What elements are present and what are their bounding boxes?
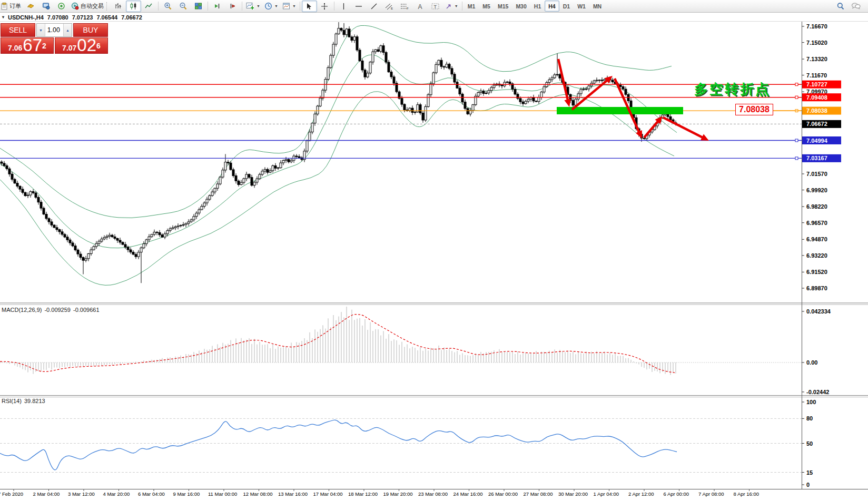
timeframe-button-h4[interactable]: H4: [545, 1, 559, 12]
periods-button[interactable]: ▼: [262, 1, 280, 12]
horizontal-line-tool[interactable]: [351, 1, 367, 12]
chart-shift-button[interactable]: [225, 1, 240, 12]
candle-body: [572, 100, 574, 105]
candle-body: [319, 98, 321, 106]
timeframe-button-w1[interactable]: W1: [574, 1, 589, 12]
arrows-tool[interactable]: ▼: [443, 1, 460, 12]
toolbar-separator: [462, 2, 462, 11]
trend-arrow-line[interactable]: [558, 59, 568, 103]
candle-body: [224, 162, 226, 170]
trend-arrow-head[interactable]: [564, 99, 571, 107]
line-chart-button[interactable]: [141, 1, 156, 12]
candle-body: [11, 174, 13, 179]
vertical-line-tool[interactable]: [336, 1, 351, 12]
price-tick-label: 7.13320: [806, 56, 827, 62]
candle-body: [525, 101, 527, 104]
chart-title-bar: ▾ USDCNH-,H4 7.07080 7.07123 7.06544 7.0…: [0, 13, 868, 21]
time-axis[interactable]: 7 Feb 20202 Mar 04:003 Mar 12:004 Mar 20…: [0, 489, 759, 497]
chart-canvas[interactable]: 7.166707.150207.133207.116707.099707.015…: [0, 0, 868, 500]
new-order-button[interactable]: 订单: [0, 1, 23, 12]
candle-body: [306, 141, 308, 151]
channel-tool[interactable]: E: [382, 1, 397, 12]
terminal-button[interactable]: [38, 1, 54, 12]
buy-price-big: 02: [77, 38, 96, 52]
candle-body: [159, 232, 161, 234]
timeframe-button-m1[interactable]: M1: [464, 1, 479, 12]
candle-body: [543, 87, 545, 92]
candle-body: [37, 198, 40, 202]
candle-body: [409, 108, 411, 111]
candle-body: [448, 64, 450, 68]
macd-signal-line: [0, 315, 675, 373]
trend-arrow-line[interactable]: [663, 117, 705, 139]
zoom-in-button[interactable]: [160, 1, 175, 12]
tile-windows-button[interactable]: [191, 1, 206, 12]
trendline-tool[interactable]: [367, 1, 382, 12]
level-line-anchor[interactable]: [795, 139, 798, 142]
level-line-anchor[interactable]: [795, 96, 798, 99]
text-icon: A: [417, 3, 423, 10]
timeframe-button-mn[interactable]: MN: [589, 1, 605, 12]
level-line-anchor[interactable]: [795, 83, 798, 86]
auto-scroll-button[interactable]: [210, 1, 225, 12]
rsi-axis-label: 100: [806, 399, 816, 405]
buy-price-display[interactable]: 7.07 02 6: [55, 37, 108, 54]
volume-decrease-button[interactable]: ▼: [37, 24, 45, 36]
text-label-tool[interactable]: T: [428, 1, 443, 12]
price-level-lines[interactable]: [0, 83, 802, 160]
candle-body: [114, 237, 116, 238]
crosshair-tool-button[interactable]: [317, 1, 332, 12]
volume-value[interactable]: 1.00: [45, 24, 63, 36]
timeframe-button-m5[interactable]: M5: [479, 1, 494, 12]
time-tick-label: 12 Mar 08:00: [243, 491, 273, 497]
gold-book-icon: [27, 2, 35, 10]
market-watch-button[interactable]: [23, 1, 38, 12]
candle-body: [506, 82, 508, 82]
zoom-out-button[interactable]: [175, 1, 191, 12]
fibonacci-tool[interactable]: F: [397, 1, 412, 12]
ohlc-close: 7.06672: [121, 14, 142, 21]
sell-price-display[interactable]: 7.06 67 2: [1, 37, 54, 54]
vertical-line-icon: [340, 3, 347, 10]
annotation-objects[interactable]: [557, 59, 802, 141]
trendline-icon: [370, 3, 378, 10]
candle-body: [288, 160, 290, 162]
candle-body: [32, 192, 34, 193]
text-tool[interactable]: A: [412, 1, 428, 12]
macd-axis-label: 0.00: [806, 359, 817, 366]
svg-text:E: E: [391, 7, 393, 10]
autotrading-label: 自动交易: [81, 2, 104, 10]
bar-chart-button[interactable]: [111, 1, 126, 12]
cursor-tool-button[interactable]: [302, 1, 317, 12]
candle-body: [166, 231, 169, 234]
templates-button[interactable]: ▼: [280, 1, 298, 12]
timeframe-button-d1[interactable]: D1: [559, 1, 574, 12]
candle-body: [464, 102, 466, 109]
candle-body: [361, 61, 363, 70]
candlestick-chart-button[interactable]: [126, 1, 141, 12]
trend-arrow-line[interactable]: [615, 79, 640, 135]
macd-pane: [0, 307, 802, 375]
volume-increase-button[interactable]: ▲: [63, 24, 72, 36]
candle-body: [309, 132, 311, 141]
candle-body: [322, 90, 324, 98]
candle-body: [16, 183, 18, 187]
turning-point-annotation[interactable]: 多空转折点: [694, 80, 771, 99]
search-button[interactable]: [833, 1, 848, 12]
chat-button[interactable]: [848, 1, 863, 12]
price-axis[interactable]: 7.166707.150207.133207.116707.099707.015…: [802, 23, 841, 291]
chart-marker-icon: ▾: [2, 15, 4, 19]
level-line-anchor[interactable]: [795, 157, 798, 160]
timeframe-button-m15[interactable]: M15: [494, 1, 512, 12]
level-price-label[interactable]: 7.08038: [735, 104, 773, 115]
candle-body: [164, 234, 166, 237]
toolbar-separator: [242, 2, 242, 11]
timeframe-button-m30[interactable]: M30: [512, 1, 530, 12]
indicators-button[interactable]: ▼: [244, 1, 262, 12]
signal-button[interactable]: [54, 1, 69, 12]
autotrading-button[interactable]: 自动交易: [69, 1, 106, 12]
time-tick-label: 19 Mar 20:00: [383, 491, 413, 497]
time-tick-label: 17 Mar 04:00: [313, 491, 343, 497]
timeframe-button-h1[interactable]: H1: [530, 1, 545, 12]
candle-body: [369, 62, 371, 73]
